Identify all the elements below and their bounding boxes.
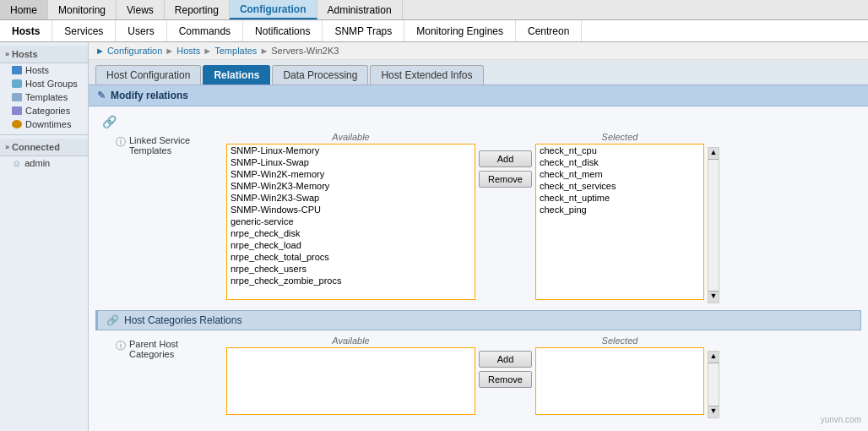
- breadcrumb-sep1: ►: [165, 46, 174, 56]
- available-container: Available SNMP-Linux-Memory SNMP-Linux-S…: [226, 132, 475, 300]
- tab-data-processing[interactable]: Data Processing: [272, 65, 368, 85]
- content-area: ► Configuration ► Hosts ► Templates ► Se…: [89, 42, 868, 431]
- linked-service-label: ⓘ Linked Service Templates: [95, 132, 226, 155]
- list-item[interactable]: check_nt_cpu: [536, 145, 703, 156]
- sidebar-connected-header: » Connected: [0, 139, 88, 156]
- list-item[interactable]: SNMP-Linux-Swap: [227, 156, 475, 168]
- sidebar-hostgroups-text: Host Groups: [25, 79, 78, 89]
- sidebar-hosts-text: Hosts: [25, 65, 49, 75]
- cat-btn-group: Add Remove: [479, 336, 532, 388]
- cat-available-container: Available: [226, 336, 475, 415]
- service-btn-group: Add Remove: [479, 132, 532, 188]
- scrollbar-down-btn[interactable]: ▼: [708, 291, 719, 303]
- nav2-centreon[interactable]: Centreon: [516, 20, 582, 41]
- nav-views[interactable]: Views: [117, 0, 165, 19]
- scrollbar-up-btn[interactable]: ▲: [708, 148, 719, 160]
- nav-home[interactable]: Home: [0, 0, 48, 19]
- sidebar-downtimes-text: Downtimes: [25, 119, 71, 129]
- list-item[interactable]: nrpe_check_load: [227, 239, 475, 251]
- add-category-button[interactable]: Add: [479, 351, 532, 368]
- list-item[interactable]: nrpe_check_zombie_procs: [227, 275, 475, 286]
- nav2-monitoring-engines[interactable]: Monitoring Engines: [404, 20, 516, 41]
- list-item[interactable]: generic-service: [227, 216, 475, 227]
- form-area: 🔗 ⓘ Linked Service Templates Available S…: [89, 106, 868, 431]
- list-item[interactable]: check_nt_services: [536, 180, 703, 192]
- list-item[interactable]: nrpe_check_users: [227, 263, 475, 275]
- tab-host-extended-infos[interactable]: Host Extended Infos: [370, 65, 483, 85]
- selected-listbox[interactable]: check_nt_cpu check_nt_disk check_nt_mem …: [535, 144, 704, 300]
- pencil-icon: ✎: [97, 90, 106, 101]
- cat-available-listbox[interactable]: [226, 347, 475, 415]
- list-item[interactable]: SNMP-Linux-Memory: [227, 145, 475, 156]
- tabs-bar: Host Configuration Relations Data Proces…: [89, 60, 868, 85]
- nav2-services[interactable]: Services: [52, 20, 116, 41]
- remove-category-button[interactable]: Remove: [479, 371, 532, 388]
- nav2-hosts[interactable]: Hosts: [0, 20, 52, 41]
- cat-available-label: Available: [226, 336, 475, 346]
- nav-monitoring[interactable]: Monitoring: [48, 0, 117, 19]
- sidebar-divider: [0, 134, 88, 135]
- list-item[interactable]: SNMP-Windows-CPU: [227, 204, 475, 216]
- user-icon: ☺: [12, 158, 21, 168]
- breadcrumb-current: Servers-Win2K3: [271, 46, 339, 56]
- nav2-snmptraps[interactable]: SNMP Traps: [323, 20, 404, 41]
- question-icon2: ⓘ: [116, 339, 126, 353]
- sidebar-item-hostgroups[interactable]: Host Groups: [0, 77, 88, 90]
- sidebar-item-templates[interactable]: Templates: [0, 90, 88, 104]
- nav2-commands[interactable]: Commands: [167, 20, 243, 41]
- downtime-icon: [12, 120, 22, 128]
- hostgroup-icon: [12, 79, 22, 88]
- chevron-right-icon2: »: [5, 143, 9, 151]
- sidebar-hosts-label: Hosts: [12, 49, 38, 59]
- list-item[interactable]: check_ping: [536, 204, 703, 216]
- remove-service-button[interactable]: Remove: [479, 171, 532, 188]
- nav2-notifications[interactable]: Notifications: [243, 20, 323, 41]
- host-categories-section: 🔗 Host Categories Relations ⓘ Parent Hos…: [95, 310, 861, 418]
- breadcrumb-configuration[interactable]: Configuration: [107, 46, 162, 56]
- modify-relations-header: ✎ Modify relations: [89, 85, 868, 106]
- cat-selected-label: Selected: [535, 336, 704, 346]
- list-item[interactable]: check_nt_mem: [536, 168, 703, 180]
- list-item[interactable]: SNMP-Win2K3-Swap: [227, 192, 475, 204]
- tab-host-configuration[interactable]: Host Configuration: [95, 65, 201, 85]
- chevron-right-icon: »: [5, 50, 9, 58]
- link-icon: 🔗: [102, 115, 117, 128]
- sidebar-item-categories[interactable]: Categories: [0, 104, 88, 117]
- parent-categories-label-text: Parent Host Categories: [129, 339, 220, 359]
- watermark: yunvn.com: [821, 415, 861, 424]
- sidebar-connected-label: Connected: [12, 142, 60, 152]
- breadcrumb-arrow: ►: [95, 46, 105, 56]
- cat-selected-listbox[interactable]: [535, 347, 704, 415]
- selected-label: Selected: [535, 132, 704, 142]
- category-icon: [12, 106, 22, 115]
- question-icon: ⓘ: [116, 135, 126, 150]
- categories-header: 🔗 Host Categories Relations: [95, 310, 861, 330]
- selected-container: Selected check_nt_cpu check_nt_disk chec…: [535, 132, 704, 300]
- nav-configuration[interactable]: Configuration: [230, 0, 317, 19]
- second-navigation: Hosts Services Users Commands Notificati…: [0, 20, 868, 42]
- list-item[interactable]: check_nt_disk: [536, 156, 703, 168]
- sidebar-categories-text: Categories: [25, 106, 70, 116]
- list-item[interactable]: nrpe_check_disk: [227, 227, 475, 239]
- sidebar-item-downtimes[interactable]: Downtimes: [0, 117, 88, 131]
- list-item[interactable]: SNMP-Win2K-memory: [227, 168, 475, 180]
- main-layout: » Hosts Hosts Host Groups Templates Cate…: [0, 42, 868, 431]
- nav-administration[interactable]: Administration: [317, 0, 403, 19]
- list-item[interactable]: nrpe_check_total_procs: [227, 251, 475, 263]
- nav-reporting[interactable]: Reporting: [165, 0, 230, 19]
- sidebar-item-hosts[interactable]: Hosts: [0, 63, 88, 77]
- nav2-users[interactable]: Users: [116, 20, 166, 41]
- list-item[interactable]: check_nt_uptime: [536, 192, 703, 204]
- cat-scrollbar-up-btn[interactable]: ▲: [708, 352, 719, 363]
- add-service-button[interactable]: Add: [479, 150, 532, 167]
- breadcrumb-templates[interactable]: Templates: [214, 46, 257, 56]
- tab-relations[interactable]: Relations: [203, 65, 270, 85]
- section-header-text: Modify relations: [111, 90, 188, 101]
- available-listbox[interactable]: SNMP-Linux-Memory SNMP-Linux-Swap SNMP-W…: [226, 144, 475, 300]
- list-item[interactable]: SNMP-Win2K3-Memory: [227, 180, 475, 192]
- categories-dual-listbox: Available Add Remove Selected: [226, 336, 861, 418]
- breadcrumb-hosts[interactable]: Hosts: [176, 46, 200, 56]
- sidebar-item-admin[interactable]: ☺ admin: [0, 156, 88, 170]
- linked-service-templates-row: ⓘ Linked Service Templates Available SNM…: [95, 132, 861, 303]
- cat-scrollbar-down-btn[interactable]: ▼: [708, 406, 719, 417]
